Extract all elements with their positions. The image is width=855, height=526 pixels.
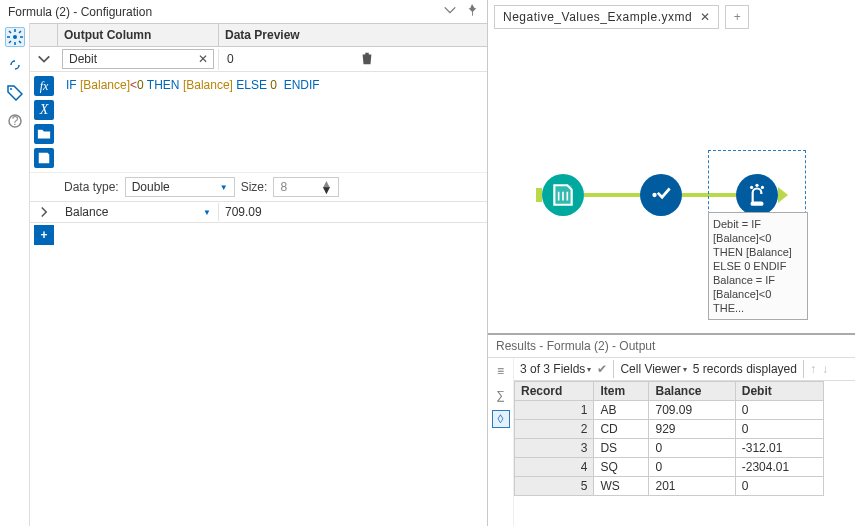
cell-debit: 0: [735, 477, 823, 496]
rail-link-icon[interactable]: [5, 55, 25, 75]
rail-config-icon[interactable]: [5, 27, 25, 47]
cell-debit: 0: [735, 420, 823, 439]
folder-button[interactable]: [34, 124, 54, 144]
cell-item: CD: [594, 420, 649, 439]
svg-point-4: [652, 193, 656, 197]
table-row[interactable]: 5WS2010: [515, 477, 824, 496]
output-column-input[interactable]: [62, 49, 214, 69]
results-rail-output[interactable]: ◊: [492, 410, 510, 428]
header-output-column: Output Column: [58, 24, 218, 46]
tool-formula[interactable]: [736, 174, 778, 216]
connector: [584, 193, 640, 197]
add-field-button[interactable]: +: [34, 225, 54, 245]
svg-point-0: [13, 35, 17, 39]
cell-item: AB: [594, 401, 649, 420]
expand-toggle[interactable]: [30, 52, 58, 66]
config-rail: ?: [0, 23, 30, 526]
col-record[interactable]: Record: [515, 382, 594, 401]
col-debit[interactable]: Debit: [735, 382, 823, 401]
save-button[interactable]: [34, 148, 54, 168]
results-table: Record Item Balance Debit 1AB709.0902CD9…: [514, 381, 824, 496]
tab-label: Negative_Values_Example.yxmd: [503, 10, 692, 24]
cell-item: DS: [594, 439, 649, 458]
prev-record-button[interactable]: ↑: [810, 362, 816, 376]
field-row-balance: Balance▼ 709.09: [30, 201, 487, 223]
expand-toggle-balance[interactable]: [30, 206, 58, 218]
rail-help-icon[interactable]: ?: [5, 111, 25, 131]
delete-field-icon[interactable]: [356, 49, 483, 70]
balance-select[interactable]: Balance▼: [58, 202, 218, 222]
table-row[interactable]: 3DS0-312.01: [515, 439, 824, 458]
svg-rect-8: [751, 202, 764, 206]
fields-check-icon[interactable]: ✔: [597, 362, 607, 376]
formula-editor[interactable]: IF [Balance]<0 THEN [Balance] ELSE 0 END…: [58, 72, 487, 172]
svg-point-5: [750, 186, 753, 189]
data-type-select[interactable]: Double▼: [125, 177, 235, 197]
results-rail-sigma[interactable]: ∑: [492, 386, 510, 404]
results-panel: Results - Formula (2) - Output ≡ ∑ ◊ 3 o…: [488, 334, 855, 526]
balance-preview: 709.09: [218, 203, 487, 221]
data-type-label: Data type:: [58, 180, 125, 194]
cell-record: 1: [515, 401, 594, 420]
data-type-row: Data type: Double▼ Size: 8 ▲▼: [30, 172, 487, 201]
cell-record: 2: [515, 420, 594, 439]
cell-record: 4: [515, 458, 594, 477]
fields-dropdown[interactable]: 3 of 3 Fields ▾: [520, 362, 591, 376]
panel-title: Formula (2) - Configuration: [8, 5, 152, 19]
records-summary: 5 records displayed: [693, 362, 797, 376]
cell-debit: 0: [735, 401, 823, 420]
panel-titlebar: Formula (2) - Configuration: [0, 0, 487, 23]
size-label: Size:: [235, 180, 274, 194]
collapse-icon[interactable]: [443, 3, 457, 20]
table-row[interactable]: 4SQ0-2304.01: [515, 458, 824, 477]
svg-text:?: ?: [11, 114, 18, 128]
data-preview-value: 0: [223, 50, 350, 68]
tab-close-icon[interactable]: ✕: [700, 10, 710, 24]
new-tab-button[interactable]: +: [725, 5, 749, 29]
cell-record: 3: [515, 439, 594, 458]
clear-field-icon[interactable]: ✕: [198, 52, 208, 66]
formula-row: fx X IF [Balance]<0 THEN [Balance] ELSE …: [30, 72, 487, 172]
workflow-canvas[interactable]: Debit = IF [Balance]<0 THEN [Balance] EL…: [488, 34, 855, 334]
cell-balance: 929: [649, 420, 735, 439]
tool-input[interactable]: [542, 174, 584, 216]
svg-point-6: [755, 184, 758, 187]
next-record-button[interactable]: ↓: [822, 362, 828, 376]
svg-point-1: [10, 88, 12, 90]
tool-select[interactable]: [640, 174, 682, 216]
cell-viewer-dropdown[interactable]: Cell Viewer ▾: [620, 362, 686, 376]
configuration-panel: Formula (2) - Configuration ? Output Col…: [0, 0, 488, 526]
size-input[interactable]: 8 ▲▼: [273, 177, 339, 197]
table-row[interactable]: 2CD9290: [515, 420, 824, 439]
table-row[interactable]: 1AB709.090: [515, 401, 824, 420]
cell-balance: 0: [649, 439, 735, 458]
table-header-row: Record Item Balance Debit: [515, 382, 824, 401]
cell-balance: 0: [649, 458, 735, 477]
tab-workflow[interactable]: Negative_Values_Example.yxmd ✕: [494, 5, 719, 29]
col-balance[interactable]: Balance: [649, 382, 735, 401]
cell-debit: -312.01: [735, 439, 823, 458]
cell-item: SQ: [594, 458, 649, 477]
cell-debit: -2304.01: [735, 458, 823, 477]
results-rail: ≡ ∑ ◊: [488, 358, 514, 526]
cell-item: WS: [594, 477, 649, 496]
rail-tag-icon[interactable]: [5, 83, 25, 103]
var-x-button[interactable]: X: [34, 100, 54, 120]
results-title: Results - Formula (2) - Output: [488, 335, 855, 358]
cell-balance: 201: [649, 477, 735, 496]
header-data-preview: Data Preview: [218, 24, 487, 46]
column-header-row: Output Column Data Preview: [30, 23, 487, 47]
results-rail-messages[interactable]: ≡: [492, 362, 510, 380]
cell-balance: 709.09: [649, 401, 735, 420]
col-item[interactable]: Item: [594, 382, 649, 401]
svg-point-7: [761, 186, 764, 189]
pin-icon[interactable]: [465, 3, 479, 20]
field-row-debit: ✕ 0: [30, 47, 487, 72]
cell-record: 5: [515, 477, 594, 496]
fx-button[interactable]: fx: [34, 76, 54, 96]
results-toolbar: 3 of 3 Fields ▾ ✔ Cell Viewer ▾ 5 record…: [514, 358, 855, 381]
workflow-tabs: Negative_Values_Example.yxmd ✕ +: [488, 0, 855, 34]
tool-annotation: Debit = IF [Balance]<0 THEN [Balance] EL…: [708, 212, 808, 320]
